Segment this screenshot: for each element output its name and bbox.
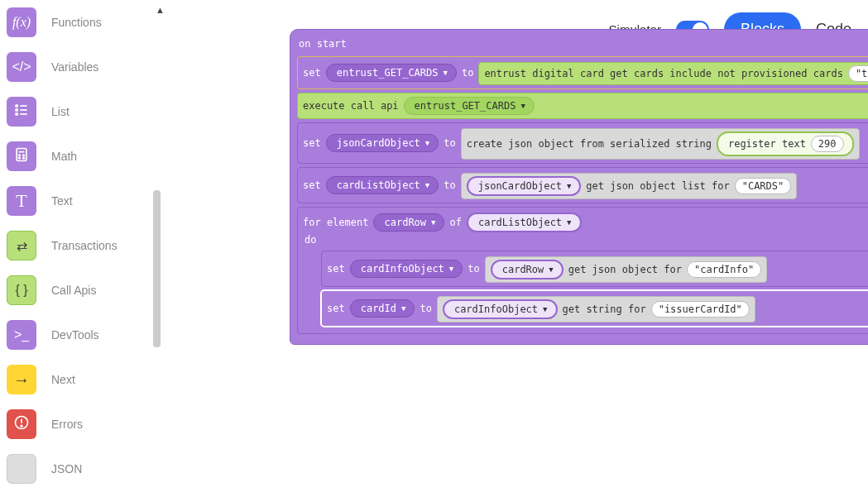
sidebar-collapse-icon[interactable]: ▲ [156,5,165,15]
terminal-icon: >_ [7,320,36,350]
chevron-down-icon: ▼ [567,218,571,227]
sidebar-item-label: Errors [51,418,83,431]
register-label: register text [728,138,806,150]
sidebar-scrollbar[interactable] [153,190,161,347]
chevron-down-icon: ▼ [567,182,571,190]
call-text: create json object from serialized strin… [467,138,712,150]
sidebar-item-transactions[interactable]: ⇄ Transactions [0,223,149,268]
svg-point-9 [23,155,25,156]
chevron-down-icon: ▼ [449,265,453,273]
code-icon: </> [7,52,36,82]
sidebar-item-label: List [51,105,70,118]
sidebar-item-errors[interactable]: Errors [0,402,149,447]
set-block[interactable]: set cardListObject▼ to jsonCardObject▼ g… [297,167,868,203]
sidebar-item-label: Next [51,373,75,386]
var-dropdown[interactable]: entrust_GET_CARDS▼ [326,64,457,82]
gray-call-block[interactable]: create json object from serialized strin… [461,128,860,160]
sidebar-item-functions[interactable]: f(x) Functions [0,0,149,45]
sidebar-item-label: Math [51,150,77,163]
svg-point-4 [16,113,18,116]
sidebar-item-next[interactable]: → Next [0,357,149,402]
svg-rect-6 [17,149,26,161]
set-keyword: set [303,67,321,79]
string-literal[interactable]: "true" [848,65,868,82]
string-literal[interactable]: "CARDS" [735,178,792,194]
for-element-block[interactable]: for element cardRow▼ of cardListObject▼ … [297,207,868,334]
chevron-down-icon: ▼ [401,304,405,313]
collection-dropdown[interactable]: cardListObject▼ [467,213,582,232]
var-ref-dropdown[interactable]: jsonCardObject▼ [467,176,582,196]
var-ref-dropdown[interactable]: cardInfoObject▼ [443,299,558,319]
chevron-down-icon: ▼ [520,102,525,110]
chevron-down-icon: ▼ [549,265,553,274]
sidebar-item-label: Transactions [51,239,117,252]
sidebar-item-text[interactable]: T Text [0,179,149,223]
block-workspace[interactable]: on start set entrust_GET_CARDS▼ to entru… [290,29,868,345]
iter-var-dropdown[interactable]: cardRow▼ [373,213,444,232]
sidebar-item-label: Variables [51,60,98,74]
var-dropdown[interactable]: cardListObject▼ [326,176,439,194]
set-keyword: set [327,303,345,314]
sidebar-item-label: DevTools [51,328,99,342]
gray-call-block[interactable]: jsonCardObject▼ get json object list for… [461,173,798,199]
svg-point-10 [19,157,21,159]
svg-point-0 [16,105,18,107]
placeholder-icon [7,454,36,484]
sidebar-item-devtools[interactable]: >_ DevTools [0,313,149,357]
set-block[interactable]: set jsonCardObject▼ to create json objec… [297,122,868,164]
category-sidebar: f(x) Functions </> Variables List Math T… [0,0,149,492]
set-block[interactable]: set cardInfoObject▼ to cardRow▼ get json… [321,251,868,287]
of-keyword: of [449,217,461,228]
arrow-right-icon: → [7,365,36,394]
svg-point-14 [21,425,22,427]
register-text-pill[interactable]: register text 290 [717,131,854,156]
call-text: get json object for [568,264,682,275]
var-dropdown[interactable]: cardInfoObject▼ [350,260,463,278]
svg-point-2 [16,109,18,112]
exclaim-icon [7,409,36,439]
text-icon: T [7,186,36,216]
number-literal[interactable]: 290 [811,136,844,152]
calculator-icon [7,141,36,171]
chevron-down-icon: ▼ [425,181,429,189]
var-dropdown[interactable]: cardId▼ [350,299,415,318]
hat-label: on start [297,35,868,55]
var-dropdown[interactable]: jsonCardObject▼ [326,134,439,152]
sidebar-item-label: Functions [51,16,102,29]
call-text: get json object list for [586,180,729,192]
chevron-down-icon: ▼ [431,218,435,227]
svg-point-11 [23,157,25,159]
gray-call-block[interactable]: cardInfoObject▼ get string for "issuerCa… [437,296,755,322]
braces-icon: { } [7,275,36,305]
sidebar-item-list[interactable]: List [0,89,149,134]
exec-keyword: execute call api [303,100,399,112]
set-block[interactable]: set entrust_GET_CARDS▼ to entrust digita… [297,56,868,89]
for-keyword: for element [303,217,368,228]
var-dropdown[interactable]: entrust_GET_CARDS▼ [404,97,535,115]
fx-icon: f(x) [7,7,36,37]
on-start-hat-block[interactable]: on start set entrust_GET_CARDS▼ to entru… [290,29,868,345]
list-icon [7,97,36,127]
var-ref-dropdown[interactable]: cardRow▼ [491,260,563,279]
svg-point-8 [19,155,21,156]
sidebar-item-math[interactable]: Math [0,134,149,179]
sidebar-item-label: JSON [51,462,82,475]
sidebar-item-variables[interactable]: </> Variables [0,45,149,89]
call-text: entrust digital card get cards include n… [484,68,842,79]
to-keyword: to [444,137,455,149]
to-keyword: to [462,67,473,79]
set-keyword: set [303,137,321,149]
chevron-down-icon: ▼ [444,69,448,77]
set-block[interactable]: set cardId▼ to cardInfoObject▼ get strin… [321,290,868,327]
string-literal[interactable]: "issuerCardId" [651,301,750,318]
to-keyword: to [444,179,455,191]
gray-call-block[interactable]: cardRow▼ get json object for "cardInfo" [485,256,768,283]
sidebar-item-label: Call Apis [51,284,96,297]
set-keyword: set [327,263,345,275]
sidebar-item-callapis[interactable]: { } Call Apis [0,268,149,313]
green-call-block[interactable]: entrust digital card get cards include n… [478,62,868,85]
string-literal[interactable]: "cardInfo" [687,261,761,278]
swap-icon: ⇄ [7,231,36,260]
sidebar-item-json[interactable]: JSON [0,447,149,491]
execute-call-api-block[interactable]: execute call api entrust_GET_CARDS▼ [297,93,868,119]
